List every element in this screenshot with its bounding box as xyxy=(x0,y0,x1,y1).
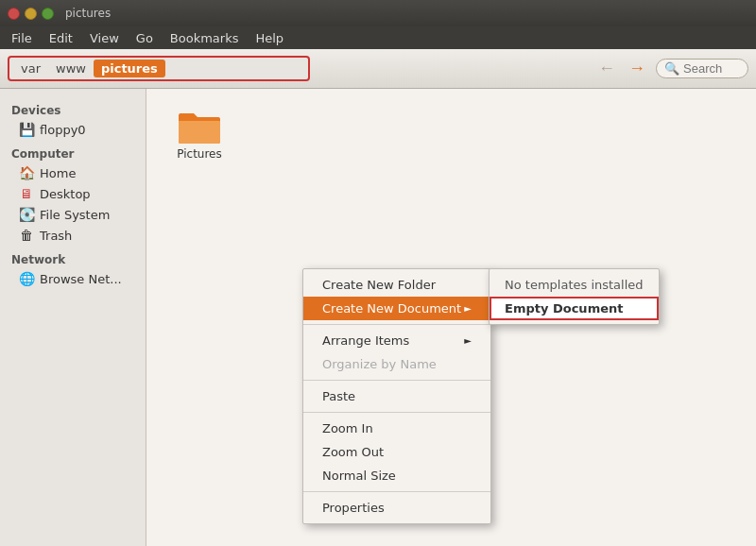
home-icon: 🏠 xyxy=(19,165,34,180)
toolbar: var www pictures ← → 🔍 xyxy=(0,49,756,89)
sidebar-item-floppy0[interactable]: 💾 floppy0 xyxy=(0,119,146,140)
sidebar: Devices 💾 floppy0 Computer 🏠 Home 🖥 Desk… xyxy=(0,89,146,546)
search-input[interactable] xyxy=(683,61,740,76)
sidebar-label-desktop: Desktop xyxy=(40,187,91,201)
sidebar-item-filesystem[interactable]: 💽 File System xyxy=(0,204,146,225)
back-button[interactable]: ← xyxy=(593,56,620,82)
arrange-chevron: ► xyxy=(464,335,472,346)
separator-1 xyxy=(303,324,490,325)
minimize-button[interactable] xyxy=(25,8,37,20)
forward-button[interactable]: → xyxy=(624,56,650,82)
breadcrumb-var[interactable]: var xyxy=(13,60,48,77)
context-menu: Create New Folder Create New Document ► … xyxy=(302,268,491,524)
ctx-create-doc[interactable]: Create New Document ► xyxy=(303,297,490,320)
sidebar-label-filesystem: File System xyxy=(40,208,110,222)
floppy-icon: 💾 xyxy=(19,122,34,137)
submenu: No templates installed Empty Document xyxy=(489,268,660,325)
ctx-organize: Organize by Name xyxy=(303,352,490,376)
sidebar-item-home[interactable]: 🏠 Home xyxy=(0,162,146,183)
search-icon: 🔍 xyxy=(664,61,679,76)
ctx-zoom-out[interactable]: Zoom Out xyxy=(303,440,490,464)
folder-label-pictures: Pictures xyxy=(177,147,222,161)
sidebar-section-devices: Devices xyxy=(0,100,146,119)
trash-icon: 🗑 xyxy=(19,228,34,243)
sidebar-label-home: Home xyxy=(40,166,76,180)
ctx-create-folder[interactable]: Create New Folder xyxy=(303,273,490,297)
ctx-properties[interactable]: Properties xyxy=(303,496,490,520)
breadcrumb-www[interactable]: www xyxy=(48,60,94,77)
sidebar-section-computer: Computer xyxy=(0,144,146,162)
sidebar-item-desktop[interactable]: 🖥 Desktop xyxy=(0,183,146,204)
sidebar-label-trash: Trash xyxy=(40,229,72,243)
ctx-zoom-in[interactable]: Zoom In xyxy=(303,417,490,440)
sidebar-item-trash[interactable]: 🗑 Trash xyxy=(0,225,146,246)
filesystem-icon: 💽 xyxy=(19,207,34,222)
separator-2 xyxy=(303,380,490,381)
desktop-icon: 🖥 xyxy=(19,186,34,201)
sidebar-section-network: Network xyxy=(0,249,146,268)
nav-buttons: ← → xyxy=(593,56,650,82)
sidebar-label-floppy0: floppy0 xyxy=(40,123,86,137)
menu-edit[interactable]: Edit xyxy=(42,29,80,47)
sidebar-item-network[interactable]: 🌐 Browse Net... xyxy=(0,268,146,289)
content-area[interactable]: Pictures Create New Folder Create New Do… xyxy=(146,89,756,546)
close-button[interactable] xyxy=(8,8,20,20)
network-icon: 🌐 xyxy=(19,271,34,286)
maximize-button[interactable] xyxy=(42,8,54,20)
submenu-header: No templates installed xyxy=(490,273,659,297)
menubar: File Edit View Go Bookmarks Help xyxy=(0,26,756,49)
window-controls xyxy=(8,8,54,20)
breadcrumb-pictures[interactable]: pictures xyxy=(94,60,165,77)
menu-go[interactable]: Go xyxy=(129,29,161,47)
main: Devices 💾 floppy0 Computer 🏠 Home 🖥 Desk… xyxy=(0,89,756,546)
window-title: pictures xyxy=(65,7,111,20)
ctx-arrange[interactable]: Arrange Items ► xyxy=(303,329,490,352)
menu-bookmarks[interactable]: Bookmarks xyxy=(163,29,247,47)
menu-help[interactable]: Help xyxy=(248,29,291,47)
folder-icon xyxy=(177,108,222,145)
ctx-paste[interactable]: Paste xyxy=(303,384,490,408)
separator-3 xyxy=(303,412,490,413)
titlebar: pictures xyxy=(0,0,756,26)
search-box: 🔍 xyxy=(656,59,748,78)
sidebar-label-network: Browse Net... xyxy=(40,272,122,286)
submenu-empty-doc[interactable]: Empty Document xyxy=(490,297,659,320)
folder-pictures[interactable]: Pictures xyxy=(162,104,237,164)
ctx-normal-size[interactable]: Normal Size xyxy=(303,464,490,487)
menu-view[interactable]: View xyxy=(82,29,127,47)
menu-file[interactable]: File xyxy=(4,29,40,47)
breadcrumb: var www pictures xyxy=(8,56,310,81)
submenu-chevron: ► xyxy=(464,303,472,314)
separator-4 xyxy=(303,491,490,492)
